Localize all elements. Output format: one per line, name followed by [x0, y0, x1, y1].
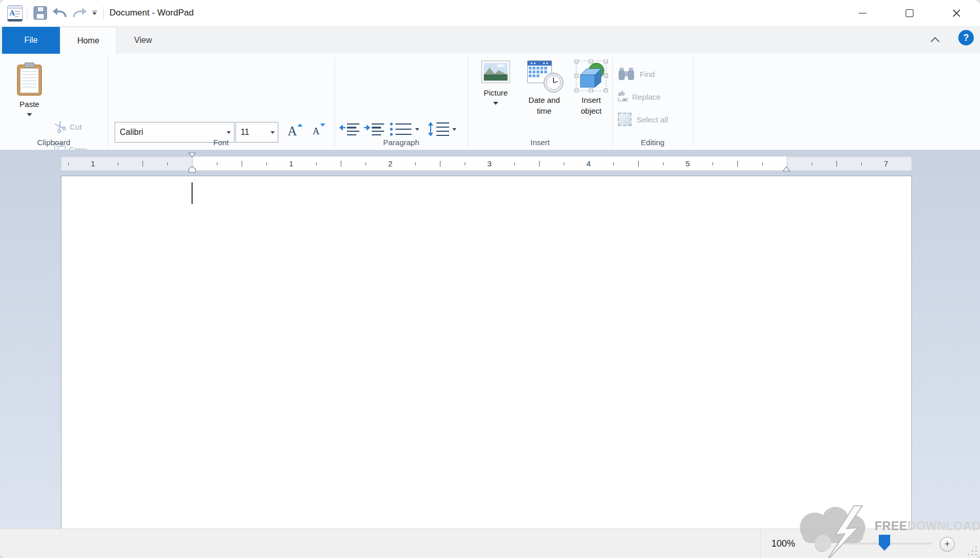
- replace-button[interactable]: ab ac Replace: [618, 87, 691, 106]
- left-indent-marker[interactable]: [188, 166, 196, 173]
- document-page[interactable]: [61, 176, 912, 529]
- help-button[interactable]: ?: [958, 30, 974, 45]
- group-label-editing: Editing: [612, 137, 693, 148]
- minimize-button[interactable]: [839, 0, 886, 26]
- replace-label: Replace: [632, 92, 660, 101]
- minus-icon: −: [819, 539, 825, 550]
- ribbon-tab-strip: File Home View ?: [0, 26, 980, 54]
- save-icon: [34, 6, 47, 20]
- ruler-tick: [167, 162, 168, 165]
- select-all-icon: [618, 113, 631, 126]
- ruler-number: 7: [884, 157, 888, 171]
- ruler-tick: [143, 161, 143, 167]
- ruler-tick: [613, 162, 614, 165]
- zoom-in-button[interactable]: +: [940, 537, 955, 552]
- ruler-tick: [564, 162, 564, 165]
- ruler-tick: [118, 162, 118, 165]
- increase-indent-icon: [364, 121, 385, 137]
- date-time-button[interactable]: Date and time: [518, 58, 570, 133]
- window-title: Document - WordPad: [109, 0, 194, 26]
- ruler-tick: [861, 162, 862, 165]
- bullet-list-icon: [389, 121, 413, 137]
- wordpad-window: A Docu: [0, 0, 980, 558]
- first-line-indent-marker[interactable]: [188, 152, 196, 158]
- ruler-tick: [415, 162, 416, 165]
- undo-button[interactable]: [51, 4, 69, 22]
- ruler-tick: [762, 162, 763, 165]
- ruler-tick: [539, 161, 540, 167]
- find-binoculars-icon: [618, 67, 635, 81]
- ruler-tick: [242, 161, 242, 167]
- find-label: Find: [640, 70, 655, 79]
- zoom-out-button[interactable]: −: [815, 537, 830, 552]
- chevron-down-icon: [415, 128, 419, 131]
- ruler-number: 1: [289, 157, 293, 171]
- cut-button[interactable]: Cut: [54, 117, 102, 136]
- divider: [760, 529, 761, 558]
- decrease-indent-icon: [339, 121, 360, 137]
- maximize-button[interactable]: [886, 0, 933, 26]
- tab-home[interactable]: Home: [60, 27, 117, 54]
- picture-label: Picture: [484, 88, 508, 97]
- ruler-tick: [638, 161, 639, 167]
- insert-picture-button[interactable]: Picture: [473, 58, 518, 133]
- help-icon: ?: [963, 33, 969, 43]
- chevron-down-icon[interactable]: [224, 131, 234, 134]
- collapse-ribbon-button[interactable]: [927, 33, 943, 47]
- plus-icon: +: [944, 539, 950, 550]
- tab-view[interactable]: View: [116, 27, 170, 54]
- find-button[interactable]: Find: [618, 64, 686, 84]
- group-label-clipboard: Clipboard: [0, 137, 107, 148]
- ruler-number: 4: [587, 157, 591, 171]
- text-caret: [192, 182, 193, 204]
- minimize-icon: [859, 13, 866, 13]
- picture-dropdown-icon: [493, 102, 498, 105]
- group-separator: [107, 57, 108, 147]
- chevron-down-icon[interactable]: [267, 131, 278, 134]
- right-indent-marker[interactable]: [782, 166, 791, 172]
- date-time-icon: [525, 59, 563, 92]
- group-separator: [612, 57, 613, 147]
- shrink-font-icon: A: [312, 126, 320, 137]
- customize-caret-icon: [92, 11, 97, 16]
- paste-button[interactable]: Paste: [10, 59, 49, 131]
- ruler-number: 5: [686, 157, 690, 171]
- group-separator: [693, 57, 693, 147]
- ruler-number: 3: [487, 157, 492, 171]
- customize-quick-access-button[interactable]: [88, 4, 101, 22]
- cut-label: Cut: [70, 122, 82, 131]
- resize-grip[interactable]: [968, 546, 977, 555]
- ruler-tick: [812, 162, 812, 165]
- redo-icon: [72, 6, 87, 20]
- ruler-tick: [737, 161, 738, 167]
- ruler-tick: [266, 162, 267, 165]
- ruler-tick: [341, 161, 341, 167]
- group-label-insert: Insert: [468, 137, 612, 148]
- zoom-level: 100%: [771, 529, 795, 558]
- select-all-label: Select all: [637, 115, 668, 124]
- ruler-number: 2: [388, 157, 392, 171]
- ruler-tick: [514, 162, 515, 165]
- ruler-number: 1: [91, 157, 95, 171]
- paste-clipboard-icon: [17, 65, 42, 96]
- insert-object-icon: [574, 59, 608, 92]
- ruler-tick: [713, 162, 713, 165]
- title-bar: A Docu: [0, 0, 980, 26]
- maximize-icon: [906, 9, 913, 17]
- save-button[interactable]: [32, 4, 49, 22]
- font-size-value: 11: [236, 128, 267, 137]
- date-time-label: Date and time: [521, 95, 567, 116]
- ruler-tick: [366, 162, 366, 165]
- redo-button[interactable]: [70, 4, 89, 22]
- select-all-button[interactable]: Select all: [618, 110, 693, 129]
- wordpad-app-icon[interactable]: A: [7, 5, 23, 22]
- close-button[interactable]: [933, 0, 980, 26]
- undo-icon: [52, 6, 68, 20]
- replace-icon: ab ac: [618, 91, 628, 102]
- tab-file[interactable]: File: [2, 27, 60, 54]
- paste-label: Paste: [20, 100, 39, 109]
- font-family-value: Calibri: [115, 128, 224, 137]
- divider: [27, 7, 27, 19]
- cut-scissors-icon: [52, 119, 68, 134]
- insert-object-button[interactable]: Insert object: [570, 58, 612, 133]
